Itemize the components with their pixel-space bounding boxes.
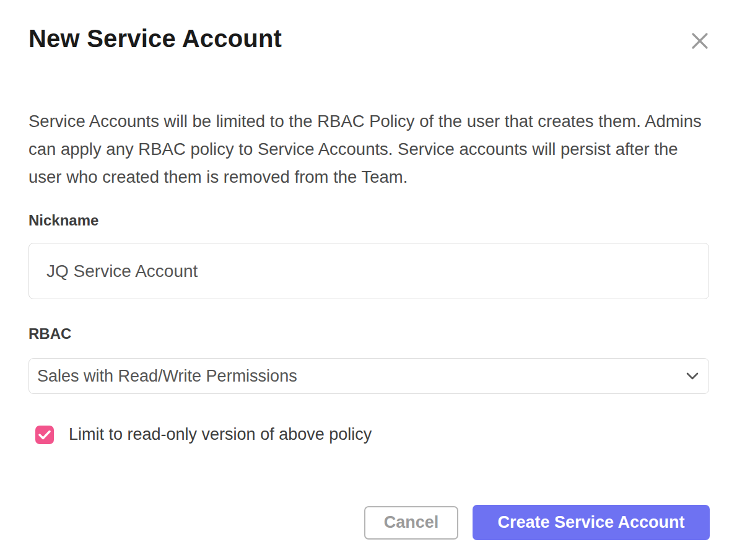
read-only-checkbox-label: Limit to read-only version of above poli… (69, 425, 372, 444)
cancel-button[interactable]: Cancel (364, 506, 458, 540)
nickname-input[interactable] (28, 243, 709, 299)
checkmark-icon (38, 430, 51, 440)
modal-title: New Service Account (28, 25, 709, 53)
read-only-checkbox[interactable] (35, 426, 54, 444)
chevron-down-icon (686, 372, 699, 380)
rbac-label: RBAC (28, 325, 709, 343)
close-button[interactable] (690, 31, 710, 51)
read-only-checkbox-row[interactable]: Limit to read-only version of above poli… (35, 425, 709, 444)
new-service-account-modal: New Service Account Service Accounts wil… (0, 0, 737, 560)
create-service-account-button[interactable]: Create Service Account (473, 505, 710, 540)
rbac-selected-value: Sales with Read/Write Permissions (37, 367, 297, 386)
close-icon (691, 32, 709, 50)
nickname-label: Nickname (28, 212, 709, 229)
rbac-select[interactable]: Sales with Read/Write Permissions (28, 358, 709, 394)
modal-description: Service Accounts will be limited to the … (28, 107, 709, 191)
modal-footer-buttons: Cancel Create Service Account (364, 505, 710, 540)
